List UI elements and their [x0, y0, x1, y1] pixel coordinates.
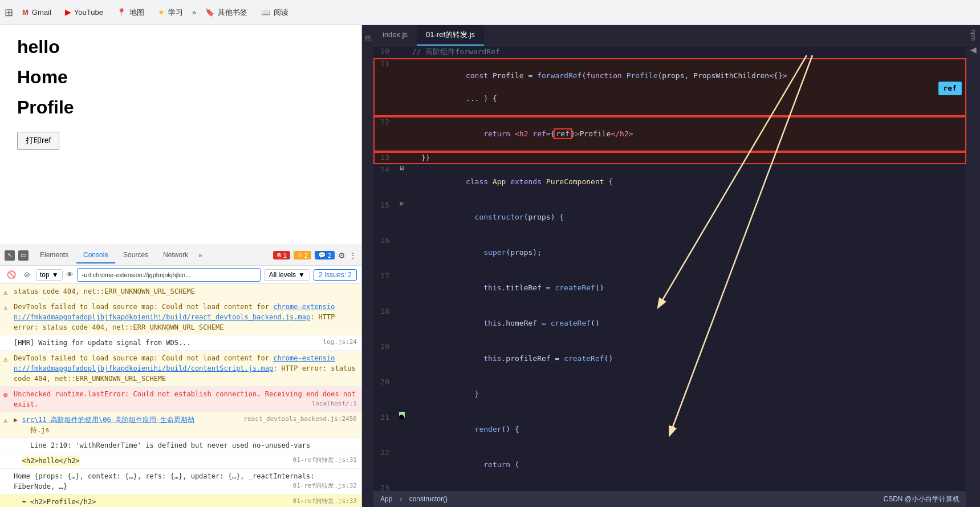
gmail-label: Gmail: [32, 8, 51, 17]
youtube-label: YouTube: [74, 8, 103, 17]
devtools-mobile-icon[interactable]: ▭: [18, 250, 29, 261]
line-num-23: 23: [373, 482, 396, 491]
status-separator: ›: [399, 494, 402, 504]
code-line-16: 16 super(props);: [373, 235, 966, 270]
console-msg-status404-1: ⚠ status code 404, net::ERR_UNKNOWN_URL_…: [0, 284, 361, 299]
tab-ref-forward[interactable]: 01-ref的转发.js: [417, 25, 484, 46]
status-right: CSDN @小小白学计算机: [883, 494, 959, 504]
study-tab[interactable]: ★ 学习: [153, 5, 188, 20]
msg-source-ref31[interactable]: 01-ref的转发.js:31: [293, 456, 357, 465]
issues-button[interactable]: 2 Issues: 2: [314, 269, 357, 281]
info-badge: 💬 2: [315, 251, 335, 259]
msg-source-ref33[interactable]: 01-ref的转发.js:33: [293, 497, 357, 506]
page-hello: hello: [17, 36, 344, 58]
study-icon: ★: [158, 8, 165, 17]
issues-label: 2 Issues: 2: [319, 271, 352, 279]
console-msg-h2hello: <h2>hello</h2> 01-ref的转发.js:31: [0, 453, 361, 469]
code-line-11: 11 const Profile = forwardRef(function P…: [373, 58, 966, 116]
devtools-cursor-icon[interactable]: ↖: [5, 250, 15, 261]
line-gutter-21: ●: [396, 412, 408, 417]
line-code-15: constructor(props) {: [408, 200, 966, 235]
line-code-12: return <h2 ref={ref}>Profile</h2>: [408, 116, 966, 152]
code-content: 10 // 高阶组件forwardRef 11 const Profile = …: [373, 46, 966, 491]
gmail-tab[interactable]: M Gmail: [18, 6, 56, 19]
devtools-more-icon[interactable]: ⋮: [349, 251, 357, 260]
error-icon: ⊗: [276, 252, 282, 259]
log-levels-dropdown[interactable]: All levels ▼: [264, 269, 310, 281]
frame-selector[interactable]: top ▼: [36, 269, 63, 281]
link-devtools-1[interactable]: chrome-extension://fmkadmapgofadopljbjfk…: [14, 303, 335, 321]
warn-prefix-icon3: ⚠: [3, 354, 8, 365]
line-code-20: }: [408, 376, 966, 412]
code-line-10: 10 // 高阶组件forwardRef: [373, 46, 966, 58]
console-filter-icon[interactable]: ⊘: [22, 269, 32, 280]
console-msg-home-obj: Home {props: {…}, context: {…}, refs: {……: [0, 469, 361, 494]
left-panel: hello Home Profile 打印ref ↖ ▭ Elements Co…: [0, 25, 362, 507]
console-msg-line1: Line 2:10: 'withRenderTime' is defined b…: [0, 438, 361, 453]
msg-source-hmr[interactable]: log.js:24: [323, 338, 357, 347]
code-line-15: 15 ▷ constructor(props) {: [373, 200, 966, 235]
line-num-10: 10: [373, 46, 396, 55]
error-badge: ⊗ 1: [273, 251, 290, 259]
devtools-tabs-bar: ↖ ▭ Elements Console Sources Network » ⊗…: [0, 245, 361, 266]
more-tabs[interactable]: »: [192, 8, 196, 17]
link-src1[interactable]: src\11-高阶组件的使用\06-高阶组件应用-生命周期劫: [22, 416, 194, 424]
devtools-more-tabs[interactable]: »: [198, 252, 202, 259]
code-line-22: 22 return (: [373, 447, 966, 482]
line-num-11: 11: [373, 58, 396, 68]
line-gutter-15: ▷: [396, 200, 408, 207]
warn-prefix-icon: ⚠: [3, 287, 8, 298]
code-line-13: 13 }): [373, 152, 966, 164]
line-num-12: 12: [373, 116, 396, 126]
line-code-19: this.profileRef = createRef(): [408, 341, 966, 376]
tab-indexjs[interactable]: index.js: [373, 26, 417, 44]
line-num-19: 19: [373, 341, 396, 351]
devtools-settings-icon[interactable]: ⚙: [338, 251, 345, 260]
console-eye-icon[interactable]: 👁: [66, 270, 74, 279]
youtube-tab[interactable]: ▶ YouTube: [60, 6, 108, 19]
read-tab[interactable]: 📖 阅读: [257, 5, 293, 20]
bookmark-icon: 🔖: [205, 8, 214, 17]
devtools-badges: ⊗ 1 ⚠ 2 💬 2 ⚙ ⋮: [273, 251, 357, 260]
page-profile: Profile: [17, 97, 344, 118]
editor-status-bar: App › constructor() CSDN @小小白学计算机: [373, 491, 966, 507]
msg-source-backend1[interactable]: react_devtools_backend.js:2450: [243, 415, 357, 424]
filter-input[interactable]: [77, 268, 261, 282]
error-count: 1: [283, 252, 287, 259]
tab-elements[interactable]: Elements: [33, 248, 75, 263]
code-editor: index.js 01-ref的转发.js 10 // 高阶组件forwardR…: [373, 25, 966, 507]
apps-icon[interactable]: ⊞: [5, 6, 13, 19]
print-ref-button[interactable]: 打印ref: [17, 132, 59, 150]
maps-tab[interactable]: 📍 地图: [112, 5, 149, 20]
console-messages: ⚠ status code 404, net::ERR_UNKNOWN_URL_…: [0, 284, 361, 507]
top-label: top: [40, 271, 50, 279]
link-devtools-2[interactable]: chrome-extension://fmkadmapgofadopljbjfk…: [14, 354, 335, 372]
line-num-16: 16: [373, 235, 396, 245]
editor-left-sidebar: 结构: [362, 25, 373, 507]
msg-source-ref32[interactable]: 01-ref的转发.js:32: [293, 481, 357, 491]
error-prefix-icon: ⊗: [3, 390, 8, 401]
npm-icon: npm: [970, 30, 977, 40]
code-line-14: 14 ⊡ class App extends PureComponent {: [373, 164, 966, 200]
devtools-panel: ↖ ▭ Elements Console Sources Network » ⊗…: [0, 245, 361, 507]
status-constructor-label: constructor(): [409, 495, 448, 503]
tab-network[interactable]: Network: [156, 248, 195, 263]
line-code-11: const Profile = forwardRef(function Prof…: [408, 58, 966, 116]
line-num-21: 21: [373, 412, 396, 421]
line-num-14: 14: [373, 164, 396, 174]
code-line-19: 19 this.profileRef = createRef(): [373, 341, 966, 376]
console-clear-icon[interactable]: 🚫: [5, 269, 18, 280]
line-code-21: render() {: [408, 412, 966, 447]
devtools-icon-group: ↖ ▭: [5, 250, 29, 261]
breakpoint-dot-21: ●: [399, 412, 405, 417]
warn-prefix-icon2: ⚠: [3, 302, 8, 314]
sidebar-arrow-icon: ◀: [970, 45, 977, 54]
youtube-icon: ▶: [65, 8, 71, 17]
frame-dropdown-icon: ▼: [52, 271, 59, 279]
code-line-20: 20 }: [373, 376, 966, 412]
status-csdn: CSDN @小小白学计算机: [883, 494, 959, 504]
tab-console[interactable]: Console: [76, 248, 115, 263]
other-bookmarks-tab[interactable]: 🔖 其他书签: [201, 5, 252, 20]
tab-sources[interactable]: Sources: [116, 248, 155, 263]
msg-source-localhost[interactable]: localhost/:1: [312, 399, 357, 409]
